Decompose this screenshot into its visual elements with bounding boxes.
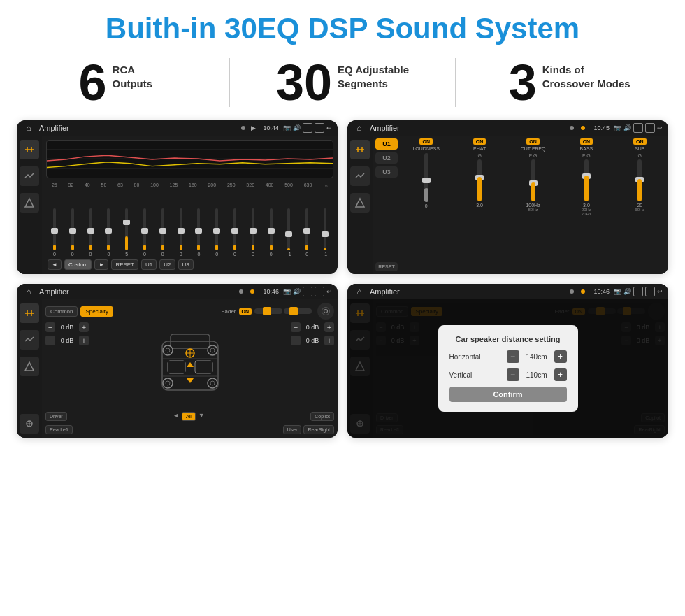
eq-sidebar-btn-1[interactable] bbox=[20, 140, 39, 159]
eq-main-content: 253240506380100125160200250320400500630 … bbox=[42, 136, 338, 274]
reset-btn-cross[interactable]: RESET bbox=[375, 262, 398, 271]
bass-hz2: 70Hz bbox=[582, 212, 591, 216]
fader-sb-2[interactable] bbox=[20, 330, 39, 350]
ch-on-sub[interactable]: ON bbox=[633, 138, 647, 145]
rearright-btn[interactable]: RearRight bbox=[303, 425, 334, 434]
vol-plus-3[interactable]: + bbox=[324, 322, 334, 332]
eq-slider-1: 0 bbox=[46, 208, 63, 257]
eq-play-btn[interactable]: ► bbox=[94, 259, 108, 270]
fader-top-bar: Common Specialty Fader ON bbox=[45, 303, 334, 320]
home-icon-4[interactable]: ⌂ bbox=[353, 285, 366, 298]
eq-bottom-bar: ◄ Custom ► RESET U1 U2 U3 bbox=[46, 259, 333, 270]
ch-on-phat[interactable]: ON bbox=[473, 138, 486, 145]
svg-point-36 bbox=[210, 381, 215, 385]
preset-u3[interactable]: U3 bbox=[375, 166, 398, 178]
fader-v-slider[interactable] bbox=[284, 308, 312, 314]
eq-thumb-1[interactable] bbox=[51, 228, 58, 234]
eq-u2-btn[interactable]: U2 bbox=[159, 259, 175, 270]
back-icon-3[interactable]: ↩ bbox=[326, 288, 332, 295]
left-arrow[interactable]: ◄ bbox=[173, 412, 179, 421]
fader-middle: − 0 dB + − 0 dB + bbox=[45, 322, 334, 409]
dialog-vert-minus[interactable]: − bbox=[507, 368, 519, 381]
settings-icon[interactable] bbox=[317, 303, 334, 320]
crossover-title: Amplifier bbox=[370, 124, 564, 132]
eq-reset-btn[interactable]: RESET bbox=[111, 259, 138, 270]
dialog-time: 10:46 bbox=[593, 288, 610, 295]
rearleft-btn[interactable]: RearLeft bbox=[45, 425, 73, 434]
ch-label-sub: SUB bbox=[635, 146, 644, 151]
vol-plus-2[interactable]: + bbox=[79, 336, 89, 345]
driver-btn[interactable]: Driver bbox=[45, 412, 67, 421]
back-icon[interactable]: ↩ bbox=[326, 124, 332, 131]
svg-point-18 bbox=[324, 310, 328, 313]
mode-specialty-btn[interactable]: Specialty bbox=[80, 306, 113, 317]
dialog-horizontal-row: Horizontal − 140cm + bbox=[449, 350, 567, 363]
crossover-sb-2[interactable] bbox=[350, 166, 370, 186]
vol-minus-1[interactable]: − bbox=[45, 322, 55, 332]
eq-u1-btn[interactable]: U1 bbox=[141, 259, 157, 270]
ch-slider-phat[interactable] bbox=[477, 159, 482, 201]
fader-on-badge[interactable]: ON bbox=[239, 308, 252, 315]
close-icon-2 bbox=[633, 123, 643, 133]
ch-slider-sub[interactable] bbox=[637, 159, 642, 201]
mode-common-btn[interactable]: Common bbox=[45, 306, 78, 317]
ch-slider-loudness[interactable] bbox=[424, 153, 428, 202]
user-btn[interactable]: User bbox=[283, 425, 302, 434]
eq-sidebar-btn-2[interactable] bbox=[20, 166, 39, 186]
bass-sub: F G bbox=[582, 153, 591, 158]
ch-on-bass[interactable]: ON bbox=[580, 138, 593, 145]
svg-rect-25 bbox=[195, 361, 212, 373]
eq-custom-btn[interactable]: Custom bbox=[64, 259, 92, 270]
crossover-sb-1[interactable] bbox=[350, 140, 370, 159]
stat-number-crossover: 3 bbox=[509, 57, 537, 108]
vol-minus-3[interactable]: − bbox=[291, 322, 301, 332]
back-icon-4[interactable]: ↩ bbox=[657, 288, 663, 295]
svg-point-30 bbox=[166, 348, 170, 352]
svg-marker-38 bbox=[187, 378, 194, 383]
back-icon-2[interactable]: ↩ bbox=[657, 124, 663, 131]
fader-sb-4[interactable] bbox=[20, 414, 39, 434]
crossover-sb-3[interactable] bbox=[350, 193, 370, 213]
eq-prev-btn[interactable]: ◄ bbox=[48, 259, 62, 270]
all-btn[interactable]: All bbox=[182, 412, 196, 421]
eq-track-1[interactable] bbox=[53, 208, 56, 250]
fader-h-slider[interactable] bbox=[254, 308, 282, 314]
home-icon-3[interactable]: ⌂ bbox=[22, 285, 35, 298]
ch-slider-bass[interactable] bbox=[584, 159, 589, 201]
eq-u3-btn[interactable]: U3 bbox=[178, 259, 194, 270]
ch-slider-cutfreq[interactable] bbox=[531, 159, 535, 201]
dialog-horiz-minus[interactable]: − bbox=[507, 350, 519, 363]
stats-row: 6 RCA Outputs 30 EQ Adjustable Segments … bbox=[17, 57, 668, 108]
ch-on-loudness[interactable]: ON bbox=[419, 138, 433, 145]
stat-label-eq: EQ Adjustable Segments bbox=[338, 63, 409, 90]
down-arrow[interactable]: ▼ bbox=[199, 412, 205, 421]
preset-u2[interactable]: U2 bbox=[375, 152, 398, 164]
vol-plus-4[interactable]: + bbox=[324, 336, 334, 345]
dialog-vert-val: 110cm bbox=[522, 371, 551, 379]
dialog-vert-plus[interactable]: + bbox=[554, 368, 567, 381]
minimize-icon-3 bbox=[315, 287, 324, 296]
home-icon[interactable]: ⌂ bbox=[22, 122, 35, 134]
eq-sidebar-btn-3[interactable] bbox=[20, 193, 39, 213]
preset-u1[interactable]: U1 bbox=[375, 138, 398, 150]
fader-sb-3[interactable] bbox=[20, 357, 39, 376]
vol-minus-2[interactable]: − bbox=[45, 336, 55, 345]
confirm-button[interactable]: Confirm bbox=[449, 387, 567, 402]
fader-sb-1[interactable] bbox=[20, 303, 39, 323]
copilot-btn[interactable]: Copilot bbox=[310, 412, 334, 421]
dialog-vertical-control: − 110cm + bbox=[507, 368, 567, 381]
home-icon-2[interactable]: ⌂ bbox=[353, 122, 366, 134]
close-icon-4 bbox=[633, 287, 643, 296]
eq-title: Amplifier bbox=[39, 124, 236, 132]
vol-row-2: − 0 dB + bbox=[45, 336, 89, 345]
fader-time: 10:46 bbox=[263, 288, 279, 295]
screen-fader: ⌂ Amplifier 10:46 📷 🔊 ↩ bbox=[17, 284, 338, 438]
vol-plus-1[interactable]: + bbox=[79, 322, 89, 332]
ch-label-loudness: LOUDNESS bbox=[412, 146, 440, 151]
ch-on-cutfreq[interactable]: ON bbox=[526, 138, 540, 145]
center-btns: ◄ All ▼ bbox=[69, 412, 309, 421]
status-dot-active-2 bbox=[581, 126, 585, 130]
dialog-horiz-plus[interactable]: + bbox=[554, 350, 567, 363]
vol-minus-4[interactable]: − bbox=[291, 336, 301, 345]
eq-freq-labels: 253240506380100125160200250320400500630 … bbox=[46, 182, 333, 189]
